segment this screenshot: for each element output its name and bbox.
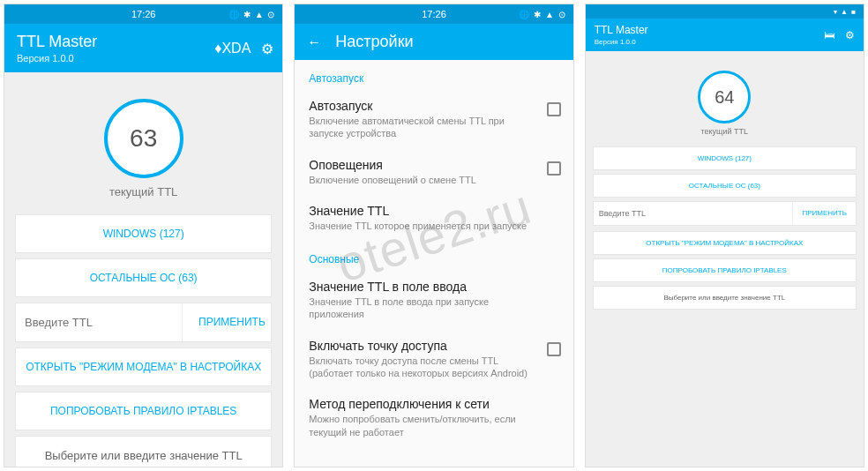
status-icons: 🌐 ✱ ▲ ⊙ (228, 10, 275, 19)
settings-title: Настройки (335, 33, 413, 51)
pref-notifications[interactable]: Оповещения Включение оповещений о смене … (295, 149, 572, 195)
status-time: 17:26 (422, 9, 446, 19)
apply-button[interactable]: ПРИМЕНИТЬ (182, 303, 281, 341)
screen-main-small: ▾ ▲ ■ TTL Master Версия 1.0.0 🛏 ⚙ 64 тек… (585, 4, 864, 467)
hint-text: Выберите или введите значение TTL (15, 436, 272, 467)
back-icon[interactable]: ← (307, 34, 321, 50)
iptables-button[interactable]: ПОПРОБОВАТЬ ПРАВИЛО IPTABLES (15, 392, 272, 430)
app-version: Версия 1.0.0 (595, 38, 648, 46)
ttl-label: текущий TTL (593, 127, 857, 136)
apply-button[interactable]: ПРИМЕНИТЬ (792, 202, 856, 225)
ttl-label: текущий TTL (15, 185, 272, 198)
other-os-button[interactable]: ОСТАЛЬНЫЕ ОС (63) (15, 258, 272, 297)
ttl-input-row: ПРИМЕНИТЬ (15, 303, 272, 342)
tether-button[interactable]: ОТКРЫТЬ "РЕЖИМ МОДЕМА" В НАСТРОЙКАХ (15, 348, 272, 386)
ttl-circle: 63 (104, 99, 183, 178)
status-icons: 🌐 ✱ ▲ ⊙ (519, 10, 565, 19)
app-title: TTL Master (595, 24, 648, 36)
pref-reconnect[interactable]: Метод переподключения к сети Можно попро… (295, 388, 572, 447)
status-time: 17:26 (131, 9, 156, 19)
pref-hotspot[interactable]: Включать точку доступа Включать точку до… (295, 330, 572, 389)
status-bar: ▾ ▲ ■ (586, 4, 864, 19)
hint-text: Выберите или введите значение TTL (593, 286, 857, 310)
main-content: 64 текущий TTL WINDOWS (127) ОСТАЛЬНЫЕ О… (586, 51, 864, 467)
screen-main: 17:26 🌐 ✱ ▲ ⊙ TTL Master Версия 1.0.0 ♦X… (4, 4, 283, 467)
settings-list[interactable]: Автозапуск Автозапуск Включение автомати… (295, 60, 572, 467)
main-content: 63 текущий TTL WINDOWS (127) ОСТАЛЬНЫЕ О… (4, 72, 282, 467)
status-bar: 17:26 🌐 ✱ ▲ ⊙ (295, 4, 572, 24)
app-bar: TTL Master Версия 1.0.0 🛏 ⚙ (586, 19, 864, 51)
checkbox-icon[interactable] (547, 342, 561, 356)
pref-autostart[interactable]: Автозапуск Включение автоматической смен… (295, 90, 572, 149)
pref-ttl-value[interactable]: Значение TTL Значение TTL которое примен… (295, 195, 572, 241)
pref-input-ttl[interactable]: Значение TTL в поле ввода Значение TTL в… (295, 271, 572, 330)
checkbox-icon[interactable] (547, 161, 561, 176)
status-icons: ▾ ▲ ■ (834, 8, 857, 16)
ttl-input[interactable] (16, 303, 182, 341)
xda-link[interactable]: ♦XDA (214, 41, 251, 56)
iptables-button[interactable]: ПОПРОБОВАТЬ ПРАВИЛО IPTABLES (593, 258, 857, 282)
app-title: TTL Master (17, 33, 97, 51)
app-bar: ← Настройки (295, 24, 572, 60)
gear-icon[interactable]: ⚙ (845, 29, 855, 41)
checkbox-icon[interactable] (547, 102, 561, 116)
ttl-circle: 64 (698, 71, 751, 123)
app-bar: TTL Master Версия 1.0.0 ♦XDA ⚙ (4, 24, 282, 72)
other-os-button[interactable]: ОСТАЛЬНЫЕ ОС (63) (593, 174, 857, 198)
windows-button[interactable]: WINDOWS (127) (15, 214, 272, 253)
screen-settings: 17:26 🌐 ✱ ▲ ⊙ ← Настройки Автозапуск Авт… (294, 4, 573, 467)
app-version: Версия 1.0.0 (17, 53, 97, 64)
ttl-input[interactable] (594, 202, 793, 225)
ttl-input-row: ПРИМЕНИТЬ (593, 201, 857, 226)
tether-button[interactable]: ОТКРЫТЬ "РЕЖИМ МОДЕМА" В НАСТРОЙКАХ (593, 231, 857, 255)
windows-button[interactable]: WINDOWS (127) (593, 146, 857, 170)
section-autostart: Автозапуск (295, 60, 572, 90)
section-main: Основные (295, 241, 572, 271)
bed-icon[interactable]: 🛏 (824, 29, 834, 41)
status-bar: 17:26 🌐 ✱ ▲ ⊙ (4, 4, 282, 24)
gear-icon[interactable]: ⚙ (261, 40, 273, 56)
